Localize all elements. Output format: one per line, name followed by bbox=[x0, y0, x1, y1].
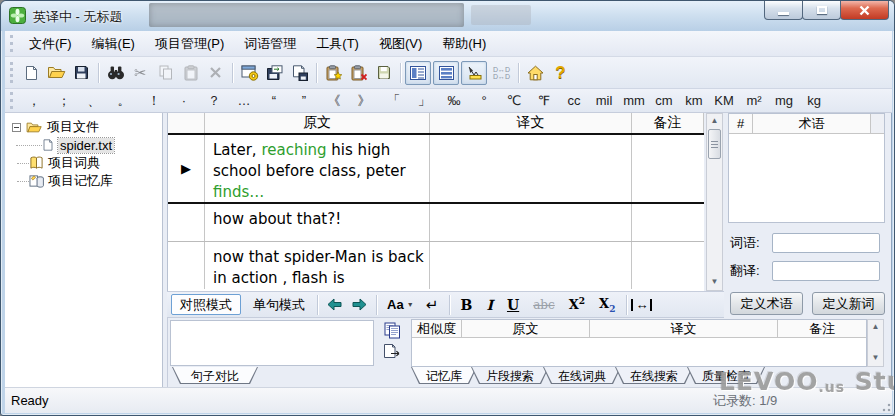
tree-item-spider-file[interactable]: spider.txt bbox=[5, 136, 162, 154]
scroll-up-icon[interactable]: ▲ bbox=[711, 114, 719, 129]
tab-sentence-compare[interactable]: 句子对比 bbox=[172, 367, 258, 384]
tree-item-project-files[interactable]: 项目文件 bbox=[5, 118, 162, 136]
export-file-icon[interactable] bbox=[287, 61, 312, 85]
dd-convert-icon[interactable]: D↔DD↔D bbox=[489, 61, 514, 85]
symbol-button[interactable]: ℉ bbox=[529, 91, 559, 110]
prev-segment-icon[interactable] bbox=[322, 293, 347, 317]
title-bar[interactable]: 英译中 - 无标题 bbox=[1, 1, 895, 31]
menu-edit[interactable]: 编辑(E) bbox=[82, 32, 145, 56]
open-folder-icon[interactable] bbox=[44, 61, 69, 85]
tab-fragment-search[interactable]: 片段搜索 bbox=[471, 367, 549, 384]
symbol-button[interactable]: km bbox=[679, 91, 709, 110]
clipboard-term-remove-icon[interactable] bbox=[346, 61, 371, 85]
symbol-button[interactable]: ℃ bbox=[499, 91, 529, 110]
help-icon[interactable]: ? bbox=[548, 61, 573, 85]
menu-help[interactable]: 帮助(H) bbox=[432, 32, 496, 56]
scroll-down-icon[interactable]: ▼ bbox=[872, 351, 880, 366]
symbol-button[interactable]: cc bbox=[559, 91, 589, 110]
symbol-button[interactable]: 、 bbox=[79, 90, 109, 112]
underline-button[interactable]: U bbox=[500, 297, 526, 313]
source-cell[interactable]: Later, reaching his high school before c… bbox=[205, 135, 429, 202]
note-cell[interactable] bbox=[632, 242, 704, 289]
symbol-button[interactable]: kg bbox=[799, 91, 829, 110]
font-dropdown[interactable]: Aa▼ bbox=[381, 297, 420, 312]
word-input[interactable] bbox=[772, 233, 880, 253]
import-file-icon[interactable] bbox=[262, 61, 287, 85]
menubar-grip[interactable] bbox=[10, 35, 13, 53]
grid-row[interactable]: now that spider-Man is back in action , … bbox=[168, 242, 704, 289]
single-mode-button[interactable]: 单句模式 bbox=[245, 294, 313, 315]
symbol-button[interactable]: 《 bbox=[319, 90, 349, 112]
symbol-button[interactable]: … bbox=[229, 91, 259, 110]
toolbar-grip[interactable] bbox=[10, 62, 13, 84]
find-binoculars-icon[interactable] bbox=[103, 61, 128, 85]
translation-input[interactable] bbox=[772, 261, 880, 281]
symbol-button[interactable]: mg bbox=[769, 91, 799, 110]
maximize-button[interactable] bbox=[802, 1, 841, 20]
target-cell[interactable] bbox=[430, 242, 632, 289]
symbol-button[interactable]: mil bbox=[589, 91, 619, 110]
subscript-button[interactable]: X2 bbox=[592, 296, 622, 314]
send-to-memory-icon[interactable] bbox=[383, 343, 401, 359]
tab-online-dictionary[interactable]: 在线词典 bbox=[543, 367, 621, 384]
resize-grip[interactable] bbox=[879, 400, 891, 412]
copy-translation-icon[interactable] bbox=[384, 322, 401, 339]
symbol-button[interactable]: 「 bbox=[379, 90, 409, 112]
scroll-up-icon[interactable]: ▲ bbox=[872, 320, 880, 335]
save-icon[interactable] bbox=[69, 61, 94, 85]
symbol-button[interactable]: 。 bbox=[109, 90, 139, 112]
symbol-button[interactable]: ‰ bbox=[439, 91, 469, 110]
scroll-down-icon[interactable]: ▼ bbox=[711, 275, 719, 290]
symbol-button[interactable]: ” bbox=[289, 91, 319, 110]
note-cell[interactable] bbox=[632, 135, 704, 202]
symbol-button[interactable]: KM bbox=[709, 91, 739, 110]
grid-row-current[interactable]: ▶ Later, reaching his high school before… bbox=[168, 135, 704, 204]
symbol-button[interactable]: ？ bbox=[199, 90, 229, 112]
tree-item-project-memory[interactable]: 项目记忆库 bbox=[5, 172, 162, 190]
tab-online-search[interactable]: 在线搜索 bbox=[615, 367, 693, 384]
new-document-icon[interactable] bbox=[19, 61, 44, 85]
fit-width-icon[interactable]: ↔ bbox=[631, 299, 652, 311]
define-term-button[interactable]: 定义术语 bbox=[730, 292, 803, 315]
minimize-button[interactable] bbox=[764, 1, 803, 20]
superscript-button[interactable]: X2 bbox=[562, 296, 592, 312]
menu-view[interactable]: 视图(V) bbox=[369, 32, 432, 56]
scroll-thumb[interactable] bbox=[708, 129, 721, 159]
symbol-button[interactable]: 》 bbox=[349, 90, 379, 112]
target-cell[interactable] bbox=[430, 204, 632, 241]
view-list-toggle[interactable] bbox=[433, 61, 459, 85]
symbols-grip[interactable] bbox=[10, 92, 13, 108]
define-word-button[interactable]: 定义新词 bbox=[812, 292, 885, 315]
menu-file[interactable]: 文件(F) bbox=[19, 32, 82, 56]
view-edit-toggle[interactable] bbox=[461, 61, 487, 85]
memory-scrollbar[interactable]: ▲ ▼ bbox=[867, 319, 884, 367]
view-compare-toggle[interactable] bbox=[405, 61, 431, 85]
bold-button[interactable]: B bbox=[454, 297, 480, 313]
symbol-button[interactable]: cm bbox=[649, 91, 679, 110]
menu-terms[interactable]: 词语管理 bbox=[234, 32, 306, 56]
tab-memory[interactable]: 记忆库 bbox=[411, 367, 477, 384]
clipboard-term-star-icon[interactable] bbox=[321, 61, 346, 85]
source-cell[interactable]: how about that?! bbox=[205, 204, 429, 230]
note-cell[interactable] bbox=[632, 204, 704, 241]
symbol-button[interactable]: 」 bbox=[409, 90, 439, 112]
menu-project[interactable]: 项目管理(P) bbox=[145, 32, 234, 56]
symbol-button[interactable]: ， bbox=[19, 90, 49, 112]
source-cell[interactable]: now that spider-Man is back in action , … bbox=[205, 242, 429, 289]
symbol-button[interactable]: ° bbox=[469, 91, 499, 110]
close-button[interactable] bbox=[840, 1, 889, 20]
symbol-button[interactable]: · bbox=[169, 91, 199, 110]
grid-scrollbar[interactable]: ▲ ▼ bbox=[706, 113, 723, 291]
symbol-button[interactable]: ！ bbox=[139, 90, 169, 112]
home-icon[interactable] bbox=[523, 61, 548, 85]
save-terms-icon[interactable] bbox=[371, 61, 396, 85]
target-cell[interactable] bbox=[430, 135, 632, 202]
menu-tools[interactable]: 工具(T) bbox=[306, 32, 369, 56]
symbol-button[interactable]: m² bbox=[739, 91, 769, 110]
project-settings-icon[interactable] bbox=[237, 61, 262, 85]
symbol-button[interactable]: mm bbox=[619, 91, 649, 110]
symbol-button[interactable]: “ bbox=[259, 91, 289, 110]
compare-mode-button[interactable]: 对照模式 bbox=[171, 294, 241, 315]
collapse-icon[interactable] bbox=[12, 123, 21, 132]
next-segment-icon[interactable] bbox=[347, 293, 372, 317]
